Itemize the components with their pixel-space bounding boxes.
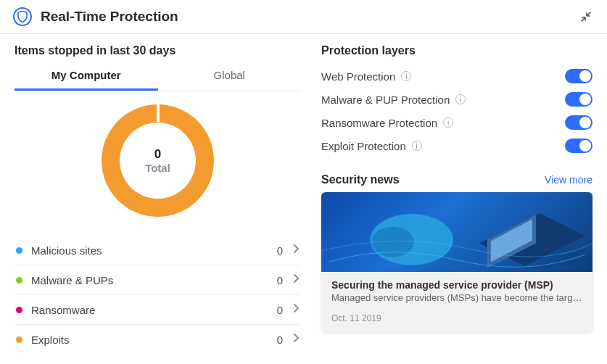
toggle-web-protection[interactable] — [565, 69, 592, 83]
shield-icon — [13, 7, 32, 26]
dot-icon — [16, 307, 22, 313]
category-count: 0 — [277, 304, 283, 316]
layer-label: Web Protection — [321, 70, 395, 83]
category-label: Malware & PUPs — [31, 274, 277, 286]
news-illustration — [321, 192, 592, 272]
category-ransomware[interactable]: Ransomware 0 — [15, 295, 301, 325]
category-label: Malicious sites — [31, 244, 277, 257]
layer-label: Exploit Protection — [321, 140, 406, 152]
stopped-donut-chart: 0 Total — [102, 104, 214, 217]
toggle-exploit[interactable] — [565, 138, 592, 153]
news-card-title: Securing the managed service provider (M… — [331, 279, 582, 291]
toggle-malware-pup[interactable] — [565, 92, 592, 107]
donut-total-label: Total — [145, 162, 170, 174]
category-label: Ransomware — [31, 304, 277, 316]
news-title: Security news — [321, 173, 400, 186]
toggle-ransomware[interactable] — [565, 115, 592, 130]
page-title: Real-Time Protection — [41, 9, 578, 25]
info-icon[interactable]: i — [455, 94, 466, 104]
category-count: 0 — [277, 244, 283, 257]
stopped-title: Items stopped in last 30 days — [15, 44, 301, 57]
layer-label: Malware & PUP Protection — [321, 94, 450, 106]
category-exploits[interactable]: Exploits 0 — [15, 325, 301, 354]
layer-ransomware: Ransomware Protection i — [321, 111, 592, 134]
category-label: Exploits — [31, 334, 277, 346]
layer-malware-pup: Malware & PUP Protection i — [321, 88, 592, 111]
layer-label: Ransomware Protection — [321, 117, 437, 129]
dot-icon — [16, 247, 22, 254]
donut-total-value: 0 — [154, 147, 161, 162]
collapse-button[interactable] — [578, 9, 594, 25]
news-card[interactable]: Securing the managed service provider (M… — [321, 192, 592, 332]
tab-my-computer[interactable]: My Computer — [15, 65, 158, 91]
dot-icon — [16, 277, 22, 284]
info-icon[interactable]: i — [443, 117, 453, 128]
chevron-right-icon — [293, 273, 300, 286]
category-count: 0 — [277, 274, 283, 286]
category-malicious-sites[interactable]: Malicious sites 0 — [15, 236, 301, 265]
tab-global[interactable]: Global — [158, 65, 302, 91]
category-count: 0 — [277, 334, 283, 346]
news-card-date: Oct. 11 2019 — [331, 313, 582, 323]
layers-title: Protection layers — [321, 44, 592, 57]
chevron-right-icon — [293, 333, 300, 346]
category-malware-pups[interactable]: Malware & PUPs 0 — [15, 265, 301, 295]
layer-exploit: Exploit Protection i — [321, 134, 592, 157]
chevron-right-icon — [293, 303, 300, 316]
info-icon[interactable]: i — [401, 71, 411, 81]
layer-web-protection: Web Protection i — [321, 65, 592, 88]
info-icon[interactable]: i — [412, 141, 422, 151]
chevron-right-icon — [293, 244, 300, 257]
view-more-link[interactable]: View more — [545, 174, 592, 186]
dot-icon — [16, 336, 22, 343]
news-card-desc: Managed service providers (MSPs) have be… — [331, 292, 582, 303]
